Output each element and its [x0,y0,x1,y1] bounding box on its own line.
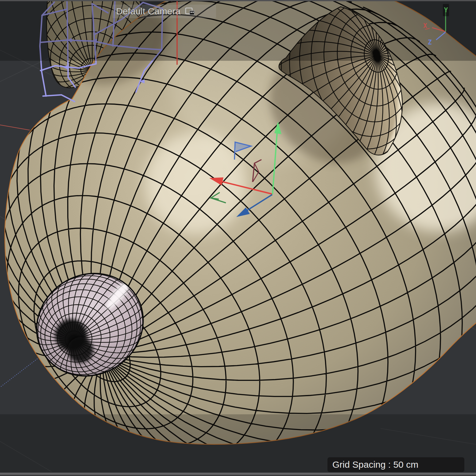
window-edge-top [0,0,476,1]
render-band-top [0,0,476,61]
scene-canvas [0,0,476,476]
axis-x-label: X [423,22,427,29]
camera-icon[interactable] [184,6,196,16]
3d-viewport[interactable]: Default Camera Grid Spacing : 50 cm Y X … [0,0,476,476]
window-edge-bottom-shadow [0,475,476,476]
grid-spacing-label: Grid Spacing : 50 cm [327,457,464,472]
camera-label-text: Default Camera [116,6,180,17]
axis-y-label: Y [443,4,449,16]
window-edge-bottom [0,473,476,475]
axis-z-label: Z [428,39,432,46]
camera-label[interactable]: Default Camera [112,5,216,18]
